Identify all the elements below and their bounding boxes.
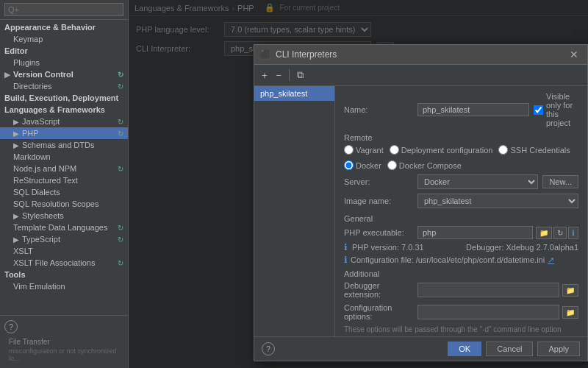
js-indicator-icon: ↻ xyxy=(118,118,123,126)
visible-only-label: Visible only for this project xyxy=(546,92,578,127)
sidebar-item-vcs-label: Version Control xyxy=(13,70,74,79)
visible-only-checkbox-row: Visible only for this project xyxy=(534,92,578,127)
sidebar-item-template[interactable]: Template Data Languages ↻ xyxy=(0,222,128,233)
sidebar-item-vim[interactable]: Vim Emulation xyxy=(0,280,128,292)
deployment-radio[interactable] xyxy=(390,145,399,155)
sidebar-item-vcs[interactable]: ▶ Version Control ↻ xyxy=(0,68,128,80)
dialog-footer: ? OK Cancel Apply xyxy=(254,336,587,361)
general-section-title: General xyxy=(344,214,578,223)
name-input[interactable] xyxy=(417,103,529,116)
dialog-icon: ⬛ xyxy=(260,49,271,60)
cancel-button[interactable]: Cancel xyxy=(486,342,533,356)
sidebar-item-directories[interactable]: Directories ↻ xyxy=(0,80,128,92)
ok-button[interactable]: OK xyxy=(448,342,481,356)
footer-help-icon[interactable]: ? xyxy=(262,342,275,355)
sidebar-bottom: ? File Transfer misconfiguration or not … xyxy=(0,315,128,368)
server-select[interactable]: Docker xyxy=(417,174,538,189)
sidebar-item-tools[interactable]: Tools xyxy=(0,269,128,280)
php-exec-form-row: PHP executable: 📁 ↻ ℹ xyxy=(344,226,578,239)
visible-only-checkbox[interactable] xyxy=(534,105,543,115)
search-input[interactable] xyxy=(4,3,123,16)
sidebar-item-sql-dialects[interactable]: SQL Dialects xyxy=(0,186,128,198)
sidebar-item-xslt[interactable]: XSLT xyxy=(0,245,128,257)
add-interp-button[interactable]: + xyxy=(259,68,270,82)
sidebar-item-keymap-label: Keymap xyxy=(13,35,43,43)
nodejs-indicator-icon: ↻ xyxy=(118,165,123,173)
debugger-ext-browse-button[interactable]: 📁 xyxy=(562,284,578,297)
sidebar-item-stylesheets[interactable]: ▶ Stylesheets xyxy=(0,210,128,222)
sidebar-item-editor-label: Editor xyxy=(4,46,28,55)
sidebar-item-sql-dialects-label: SQL Dialects xyxy=(13,188,60,197)
config-link[interactable]: ↗ xyxy=(548,255,554,265)
sidebar-item-typescript-label: TypeScript xyxy=(22,235,60,244)
php-exec-refresh-button[interactable]: ↻ xyxy=(553,227,567,239)
php-exec-browse-button[interactable]: 📁 xyxy=(536,227,552,239)
config-file-text: Configuration file: /usr/local/etc/php/c… xyxy=(351,255,545,264)
sidebar-item-lang-label: Languages & Frameworks xyxy=(4,105,105,114)
ssh-radio[interactable] xyxy=(498,145,508,155)
sidebar-item-schemas-label: Schemas and DTDs xyxy=(22,141,94,149)
debugger-info-text: Debugger: Xdebug 2.7.0alpha1 xyxy=(466,243,578,252)
sidebar-item-nodejs[interactable]: Node.js and NPM ↻ xyxy=(0,163,128,174)
sidebar-item-markdown[interactable]: Markdown xyxy=(0,151,128,163)
remove-interp-button[interactable]: − xyxy=(273,68,285,82)
sidebar-item-build[interactable]: Build, Execution, Deployment xyxy=(0,92,128,104)
sidebar-item-plugins[interactable]: Plugins xyxy=(0,57,128,68)
image-select[interactable]: php_skilatest xyxy=(417,194,578,208)
docker-label: Docker xyxy=(356,161,381,170)
config-options-browse-button[interactable]: 📁 xyxy=(562,306,578,319)
sidebar-item-xslt-assoc[interactable]: XSLT File Associations ↻ xyxy=(0,257,128,269)
new-server-button[interactable]: New... xyxy=(542,175,578,188)
docker-compose-label: Docker Compose xyxy=(399,161,462,170)
config-options-input[interactable] xyxy=(417,305,559,319)
stylesheets-arrow-icon: ▶ xyxy=(13,212,19,220)
docker-radio[interactable] xyxy=(344,160,354,170)
php-version-info-icon: ℹ xyxy=(344,242,348,252)
sidebar-item-markdown-label: Markdown xyxy=(13,152,51,161)
interp-item-php-skilatest[interactable]: php_skilatest xyxy=(254,86,334,101)
vagrant-radio-label: Vagrant xyxy=(344,145,384,155)
sidebar-item-xslt-assoc-label: XSLT File Associations xyxy=(13,258,95,267)
sidebar-item-editor[interactable]: Editor xyxy=(0,45,128,57)
interp-list: php_skilatest xyxy=(254,86,335,336)
ts-indicator-icon: ↻ xyxy=(118,236,123,244)
toolbar-separator xyxy=(289,69,290,81)
deployment-label: Deployment configuration xyxy=(401,146,493,155)
schemas-arrow-icon: ▶ xyxy=(13,141,19,149)
apply-button[interactable]: Apply xyxy=(537,342,580,356)
docker-compose-radio[interactable] xyxy=(387,160,397,170)
name-form-label: Name: xyxy=(344,105,417,114)
docker-compose-radio-label: Docker Compose xyxy=(387,160,462,170)
sidebar-item-keymap[interactable]: Keymap xyxy=(0,33,128,45)
php-version-text: PHP version: 7.0.31 xyxy=(352,243,424,252)
config-options-label: Configuration options: xyxy=(344,303,417,321)
sidebar-item-appearance[interactable]: Appearance & Behavior xyxy=(0,21,128,33)
php-version-row: ℹ PHP version: 7.0.31 Debugger: Xdebug 2… xyxy=(344,242,578,252)
sidebar-item-typescript[interactable]: ▶ TypeScript ↻ xyxy=(0,233,128,245)
sidebar-item-build-label: Build, Execution, Deployment xyxy=(4,93,118,102)
php-exec-info-button[interactable]: ℹ xyxy=(568,227,578,239)
sidebar-item-rst[interactable]: ReStructured Text xyxy=(0,174,128,186)
ssh-radio-label: SSH Credentials xyxy=(498,145,570,155)
sidebar-item-schemas[interactable]: ▶ Schemas and DTDs xyxy=(0,139,128,151)
php-exec-input[interactable] xyxy=(417,226,533,239)
sidebar-item-js[interactable]: ▶ JavaScript ↻ xyxy=(0,116,128,127)
copy-interp-button[interactable]: ⧉ xyxy=(294,68,306,82)
help-icon[interactable]: ? xyxy=(4,320,18,333)
dialog-backdrop: ⬛ CLI Interpreters ✕ + − ⧉ php_skilatest… xyxy=(129,0,588,368)
dialog-close-button[interactable]: ✕ xyxy=(567,49,581,60)
docker-radio-label: Docker xyxy=(344,160,381,170)
sidebar: Appearance & Behavior Keymap Editor Plug… xyxy=(0,0,129,368)
debugger-ext-input[interactable] xyxy=(417,283,559,297)
dialog-body: php_skilatest Name: Visible only for thi… xyxy=(254,86,587,336)
sidebar-item-sql-scopes[interactable]: SQL Resolution Scopes xyxy=(0,198,128,210)
sidebar-item-php[interactable]: ▶ PHP ↻ xyxy=(0,127,128,139)
sidebar-search-area xyxy=(0,0,128,20)
sidebar-item-xslt-label: XSLT xyxy=(13,247,33,255)
dialog-toolbar: + − ⧉ xyxy=(254,65,587,86)
vagrant-radio[interactable] xyxy=(344,145,354,155)
sidebar-item-php-label: PHP xyxy=(22,129,39,138)
sidebar-item-stylesheets-label: Stylesheets xyxy=(22,211,64,220)
sidebar-item-lang[interactable]: Languages & Frameworks xyxy=(0,104,128,116)
dir-indicator-icon: ↻ xyxy=(118,82,123,91)
